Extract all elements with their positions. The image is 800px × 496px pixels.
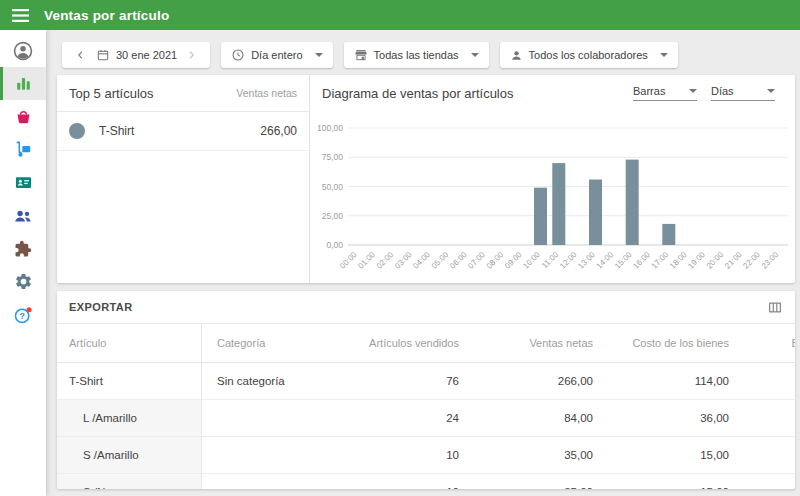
table-row[interactable]: T-ShirtSin categoría76266,00114,00152,00	[57, 363, 795, 400]
reports-icon	[14, 74, 33, 93]
apps-puzzle-icon	[14, 240, 32, 258]
caret-down-icon	[471, 53, 479, 57]
date-picker[interactable]: 30 ene 2021	[62, 42, 210, 68]
sales-table: ArtículoCategoríaArtículos vendidosVenta…	[57, 324, 795, 489]
chart-panel: Diagrama de ventas por artículos Barras …	[310, 75, 795, 283]
employees-filter-button[interactable]: Todos los colaboradores	[500, 42, 678, 68]
sidebar-item-reports[interactable]	[0, 67, 46, 100]
date-label: 30 ene 2021	[116, 49, 177, 61]
cell-articulo: T-Shirt	[57, 363, 202, 400]
svg-text:11:00: 11:00	[540, 250, 560, 270]
caret-down-icon	[689, 89, 697, 93]
sidebar-item-employees-badge[interactable]	[0, 166, 46, 199]
cell-categoria	[202, 474, 339, 490]
menu-button[interactable]	[0, 0, 40, 30]
svg-text:21:00: 21:00	[723, 250, 744, 271]
svg-text:50,00: 50,00	[322, 182, 344, 192]
svg-text:12:00: 12:00	[558, 250, 579, 271]
top5-panel: Top 5 artículos Ventas netas T-Shirt 266…	[57, 75, 310, 283]
cell-categoria	[202, 437, 339, 474]
svg-text:03:00: 03:00	[393, 250, 414, 271]
columns-button[interactable]	[767, 300, 783, 315]
prev-day-button[interactable]	[72, 50, 89, 60]
sidebar-item-items-basket[interactable]	[0, 100, 46, 133]
column-header: Ventas netas	[471, 324, 605, 363]
chart-interval-value: Días	[711, 85, 734, 97]
export-card: EXPORTAR ArtículoCategoríaArtículos vend…	[57, 291, 795, 489]
svg-text:14:00: 14:00	[595, 250, 616, 271]
cell-vendidos: 10	[338, 437, 471, 474]
cell-categoria	[202, 400, 339, 437]
svg-text:19:00: 19:00	[686, 250, 707, 271]
cell-beneficio: 152,00	[741, 363, 795, 400]
cell-beneficio: 20,00	[741, 437, 795, 474]
cell-categoria: Sin categoría	[202, 363, 339, 400]
column-header: Artículo	[57, 324, 202, 363]
svg-text:08:00: 08:00	[485, 250, 506, 271]
cell-beneficio: 20,00	[741, 474, 795, 490]
stores-label: Todas las tiendas	[374, 49, 459, 61]
svg-text:04:00: 04:00	[411, 250, 432, 271]
cell-articulo: S /Negro	[57, 474, 202, 490]
customers-people-icon	[13, 206, 33, 226]
chevron-left-icon	[76, 50, 85, 60]
caret-down-icon	[660, 53, 668, 57]
svg-text:25,00: 25,00	[322, 211, 344, 221]
cell-ventas: 35,00	[471, 437, 605, 474]
table-row-variant[interactable]: L /Amarillo2484,0036,0048,00	[57, 400, 795, 437]
top5-list: T-Shirt 266,00	[57, 112, 309, 151]
chart-type-select[interactable]: Barras	[633, 85, 697, 101]
caret-down-icon	[767, 89, 775, 93]
person-icon	[510, 49, 523, 62]
help-icon: ?	[13, 305, 33, 325]
item-net-sales: 266,00	[260, 124, 297, 138]
svg-text:23:00: 23:00	[760, 250, 781, 271]
column-header: Artículos vendidos	[338, 324, 471, 363]
period-label: Día entero	[251, 49, 302, 61]
table-row-variant[interactable]: S /Negro1035,0015,0020,00	[57, 474, 795, 490]
column-header: Costo de los bienes	[605, 324, 741, 363]
clock-icon	[231, 48, 245, 62]
inventory-handtruck-icon	[14, 140, 33, 159]
svg-text:10:00: 10:00	[521, 250, 542, 271]
sidebar-item-settings-gear[interactable]	[0, 265, 46, 298]
store-icon	[354, 48, 368, 62]
svg-text:?: ?	[19, 311, 24, 321]
table-header-row: ArtículoCategoríaArtículos vendidosVenta…	[57, 324, 795, 363]
svg-text:75,00: 75,00	[322, 152, 344, 162]
cell-articulo: S /Amarillo	[57, 437, 202, 474]
series-color-dot	[69, 123, 85, 139]
cell-ventas: 266,00	[471, 363, 605, 400]
svg-text:06:00: 06:00	[448, 250, 469, 271]
svg-text:09:00: 09:00	[503, 250, 524, 271]
employees-badge-icon	[14, 173, 33, 192]
items-basket-icon	[14, 107, 33, 126]
cell-vendidos: 24	[338, 400, 471, 437]
export-button[interactable]: EXPORTAR	[69, 301, 133, 313]
cell-vendidos: 76	[338, 363, 471, 400]
chevron-right-icon	[187, 50, 196, 60]
top5-column-label: Ventas netas	[236, 87, 297, 99]
caret-down-icon	[315, 53, 323, 57]
period-filter-button[interactable]: Día entero	[221, 42, 332, 68]
sidebar-item-account[interactable]	[0, 34, 46, 67]
svg-text:13:00: 13:00	[576, 250, 597, 271]
svg-text:100,00: 100,00	[318, 123, 343, 133]
svg-text:17:00: 17:00	[650, 250, 671, 271]
cell-articulo: L /Amarillo	[57, 400, 202, 437]
cell-ventas: 84,00	[471, 400, 605, 437]
chart-interval-select[interactable]: Días	[711, 85, 775, 101]
next-day-button[interactable]	[183, 50, 200, 60]
sidebar-item-inventory-handtruck[interactable]	[0, 133, 46, 166]
stores-filter-button[interactable]: Todas las tiendas	[344, 42, 489, 68]
sidebar-item-customers-people[interactable]	[0, 199, 46, 232]
cell-beneficio: 48,00	[741, 400, 795, 437]
svg-text:15:00: 15:00	[613, 250, 634, 271]
cell-vendidos: 10	[338, 474, 471, 490]
table-row-variant[interactable]: S /Amarillo1035,0015,0020,00	[57, 437, 795, 474]
sidebar-item-apps-puzzle[interactable]	[0, 232, 46, 265]
cell-costo: 15,00	[605, 474, 741, 490]
sidebar-item-help[interactable]: ?	[0, 298, 46, 331]
top5-title: Top 5 artículos	[69, 86, 154, 101]
svg-text:22:00: 22:00	[741, 250, 762, 271]
